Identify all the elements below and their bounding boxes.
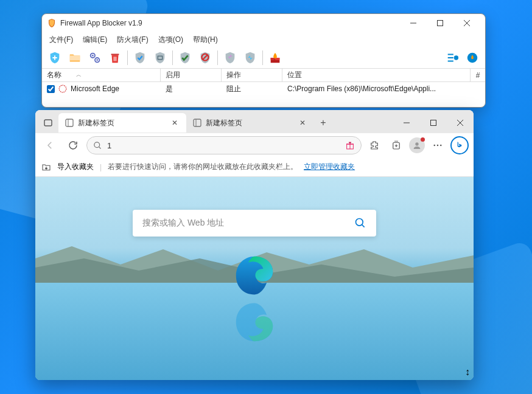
sort-caret-icon: ︿ xyxy=(76,71,82,79)
svg-point-4 xyxy=(96,59,98,61)
svg-rect-13 xyxy=(44,120,52,126)
edge-close-button[interactable] xyxy=(447,114,474,132)
col-location[interactable]: 位置 xyxy=(282,69,471,81)
back-button[interactable] xyxy=(40,136,60,155)
search-placeholder: 搜索或输入 Web 地址 xyxy=(142,218,354,229)
settings-icon[interactable] xyxy=(86,49,104,66)
svg-point-3 xyxy=(92,55,94,57)
svg-point-20 xyxy=(415,142,418,145)
list-mode-icon[interactable] xyxy=(443,49,461,66)
row-action: 阻止 xyxy=(222,84,282,94)
col-enable[interactable]: 启用 xyxy=(161,69,222,81)
firewall-status-icon[interactable] xyxy=(266,49,284,66)
address-value: 1 xyxy=(107,141,340,150)
collections-button[interactable] xyxy=(387,136,405,154)
svg-rect-0 xyxy=(438,21,443,26)
row-location: C:\Program Files (x86)\Microsoft\Edge\Ap… xyxy=(282,85,485,93)
svg-point-22 xyxy=(437,145,439,147)
menu-firewall[interactable]: 防火墙(F) xyxy=(113,33,152,46)
col-name[interactable]: 名称︿ xyxy=(42,69,161,81)
newtab-favicon-icon xyxy=(65,118,74,128)
ntp-search-box[interactable]: 搜索或输入 Web 地址 xyxy=(133,210,376,237)
tab-title: 新建标签页 xyxy=(206,118,293,128)
import-favorites-button[interactable]: 导入收藏夹 xyxy=(57,162,94,172)
edge-window: 新建标签页 ✕ 新建标签页 ✕ + 1 导入收藏夹 | 若 xyxy=(35,110,474,380)
minimize-button[interactable] xyxy=(400,15,427,32)
browser-tab[interactable]: 新建标签页 ✕ xyxy=(186,113,314,133)
search-icon xyxy=(93,141,102,150)
address-bar[interactable]: 1 xyxy=(86,136,362,154)
edge-logo-icon xyxy=(233,253,276,297)
svg-point-21 xyxy=(433,145,435,147)
refresh-button[interactable] xyxy=(63,136,83,155)
tab-close-button[interactable]: ✕ xyxy=(297,117,308,128)
edge-tabstrip: 新建标签页 ✕ 新建标签页 ✕ + xyxy=(35,110,474,133)
svg-rect-15 xyxy=(194,119,201,126)
tab-actions-button[interactable] xyxy=(38,114,58,132)
edge-toolbar: 1 xyxy=(35,133,474,157)
col-action[interactable]: 操作 xyxy=(222,69,282,81)
favorites-hint: 若要进行快速访问，请将你的网址收藏放在此收藏夹栏上。 xyxy=(108,162,298,172)
svg-rect-8 xyxy=(271,58,275,60)
row-enable: 是 xyxy=(161,84,222,94)
browser-tab[interactable]: 新建标签页 ✕ xyxy=(58,113,186,133)
empty-shield-icon[interactable] xyxy=(151,49,169,66)
new-tab-button[interactable]: + xyxy=(314,114,332,132)
table-row[interactable]: Microsoft Edge 是 阻止 C:\Program Files (x8… xyxy=(42,82,485,95)
firewall-titlebar[interactable]: Firewall App Blocker v1.9 xyxy=(42,14,485,32)
export-icon[interactable] xyxy=(241,49,259,66)
maximize-button[interactable] xyxy=(427,15,453,32)
check-shield-icon[interactable] xyxy=(131,49,149,66)
svg-point-24 xyxy=(356,219,363,226)
menu-file[interactable]: 文件(F) xyxy=(46,33,77,46)
svg-point-12 xyxy=(59,85,66,92)
edge-minimize-button[interactable] xyxy=(393,114,420,132)
close-button[interactable] xyxy=(453,15,480,32)
folder-icon[interactable] xyxy=(66,49,84,66)
bing-chat-button[interactable] xyxy=(450,136,469,154)
tab-close-button[interactable]: ✕ xyxy=(169,117,180,128)
search-icon xyxy=(354,217,366,229)
tab-title: 新建标签页 xyxy=(78,118,166,128)
block-icon[interactable] xyxy=(196,49,214,66)
firewall-title: Firewall App Blocker v1.9 xyxy=(60,19,400,27)
svg-point-10 xyxy=(454,55,458,60)
table-header: 名称︿ 启用 操作 位置 # xyxy=(42,69,485,82)
menu-edit[interactable]: 编辑(E) xyxy=(79,33,111,46)
col-hash[interactable]: # xyxy=(471,70,485,81)
whitelist-mode-icon[interactable] xyxy=(463,49,481,66)
svg-rect-14 xyxy=(66,119,73,126)
add-icon[interactable] xyxy=(46,49,64,66)
profile-button[interactable] xyxy=(409,137,425,153)
import-favorites-icon xyxy=(41,162,51,172)
favorites-bar: 导入收藏夹 | 若要进行快速访问，请将你的网址收藏放在此收藏夹栏上。 立即管理收… xyxy=(35,157,474,177)
firewall-window: Firewall App Blocker v1.9 文件(F) 编辑(E) 防火… xyxy=(41,13,486,108)
import-icon[interactable] xyxy=(221,49,239,66)
edge-app-icon xyxy=(58,85,67,93)
svg-point-23 xyxy=(440,145,442,147)
row-name: Microsoft Edge xyxy=(71,85,119,93)
svg-rect-16 xyxy=(431,120,436,126)
firewall-app-icon xyxy=(47,18,57,28)
delete-icon[interactable] xyxy=(106,49,124,66)
new-tab-page: 搜索或输入 Web 地址 xyxy=(35,177,474,380)
manage-favorites-link[interactable]: 立即管理收藏夹 xyxy=(304,162,355,172)
row-checkbox[interactable] xyxy=(47,85,55,93)
resize-cursor-icon: ↕ xyxy=(465,367,470,378)
more-button[interactable] xyxy=(429,136,447,154)
firewall-menubar: 文件(F) 编辑(E) 防火墙(F) 选项(O) 帮助(H) xyxy=(42,32,485,47)
firewall-toolbar xyxy=(42,47,485,69)
svg-point-17 xyxy=(94,142,100,147)
rewards-icon[interactable] xyxy=(345,140,355,150)
newtab-favicon-icon xyxy=(192,118,202,128)
edge-logo-reflection xyxy=(233,301,276,345)
menu-options[interactable]: 选项(O) xyxy=(155,33,187,46)
allow-icon[interactable] xyxy=(176,49,194,66)
menu-help[interactable]: 帮助(H) xyxy=(189,33,222,46)
extensions-button[interactable] xyxy=(365,136,383,154)
edge-maximize-button[interactable] xyxy=(420,114,447,132)
